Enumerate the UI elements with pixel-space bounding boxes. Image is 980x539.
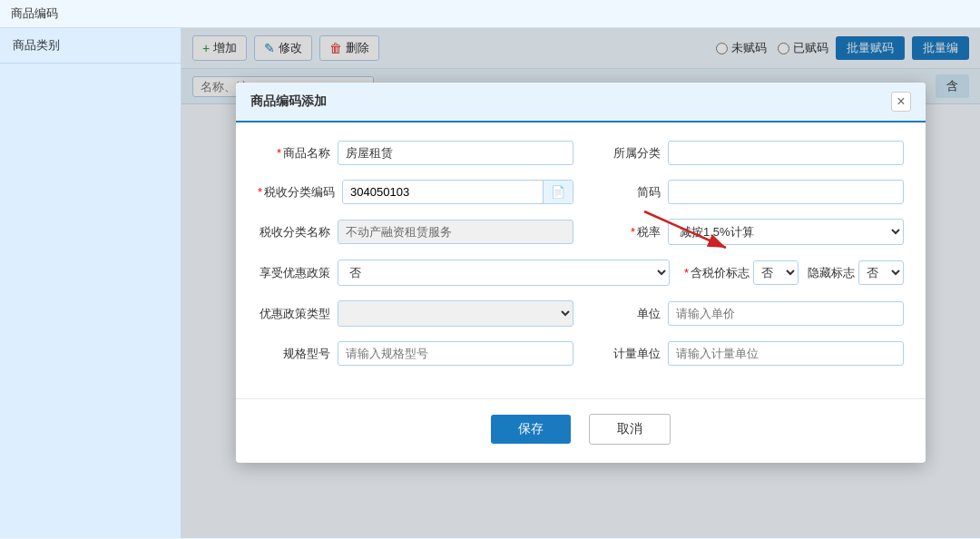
modal-title: 商品编码添加 — [250, 93, 327, 110]
spec-input[interactable] — [338, 341, 573, 366]
tax-category-col: 税收分类名称 — [258, 220, 573, 244]
form-row-1: *商品名称 所属分类 — [258, 141, 904, 165]
quantity-col: 计量单位 — [588, 341, 904, 366]
tax-code-input[interactable] — [343, 181, 543, 203]
tax-category-input — [338, 220, 573, 244]
tax-code-input-wrapper: 📄 — [342, 180, 573, 204]
form-row-4: 享受优惠政策 否 是 *含税价标志 否 — [258, 260, 904, 286]
modal-dialog: 商品编码添加 × *商品名称 所属分类 — [236, 83, 926, 463]
cancel-button[interactable]: 取消 — [589, 414, 671, 445]
tax-category-label: 税收分类名称 — [258, 224, 330, 240]
preferential-label: 享受优惠政策 — [258, 265, 330, 281]
modal-backdrop: 商品编码添加 × *商品名称 所属分类 — [181, 28, 980, 538]
category-label: 所属分类 — [588, 145, 661, 162]
modal-footer: 保存 取消 — [236, 398, 926, 463]
tax-code-col: *税收分类编码 📄 — [258, 180, 573, 204]
tax-included-select[interactable]: 否 是 — [753, 260, 799, 285]
quantity-input[interactable] — [668, 341, 904, 366]
unit-col: 单位 — [588, 301, 904, 326]
form-row-5: 优惠政策类型 单位 — [258, 300, 904, 327]
policy-type-select[interactable] — [338, 300, 573, 327]
main-layout: 商品类别 + 增加 ✎ 修改 🗑 删除 未赋码 — [0, 28, 980, 538]
form-row-6: 规格型号 计量单位 — [258, 341, 904, 366]
hidden-label: 隐藏标志 — [808, 265, 855, 281]
tax-included-col: *含税价标志 否 是 隐藏标志 否 是 — [684, 260, 904, 285]
spec-col: 规格型号 — [258, 341, 573, 366]
product-name-input[interactable] — [338, 141, 573, 165]
tax-rate-label: *税率 — [588, 224, 661, 240]
unit-label: 单位 — [588, 306, 661, 322]
category-input[interactable] — [668, 141, 904, 165]
quantity-label: 计量单位 — [588, 346, 661, 362]
policy-type-col: 优惠政策类型 — [258, 300, 573, 327]
title-bar: 商品编码 — [0, 0, 980, 28]
unit-input[interactable] — [668, 301, 904, 326]
tax-rate-col: *税率 减按1.5%计算 3% 6% 9% 13% — [588, 219, 904, 245]
tax-code-lookup-button[interactable]: 📄 — [543, 181, 573, 203]
preferential-col: 享受优惠政策 否 是 — [258, 260, 670, 286]
short-code-label: 简码 — [588, 184, 661, 201]
modal-close-button[interactable]: × — [891, 92, 911, 112]
save-button[interactable]: 保存 — [491, 415, 571, 444]
modal-header: 商品编码添加 × — [236, 83, 926, 122]
form-row-3: 税收分类名称 *税率 减按1.5%计算 3% 6% 9% — [258, 219, 904, 245]
hidden-select[interactable]: 否 是 — [858, 260, 904, 285]
product-name-label: *商品名称 — [258, 145, 330, 162]
sidebar: 商品类别 — [0, 28, 181, 538]
tax-included-label: *含税价标志 — [684, 265, 750, 281]
preferential-select[interactable]: 否 是 — [338, 260, 670, 286]
short-code-input[interactable] — [668, 180, 904, 204]
short-code-col: 简码 — [588, 180, 904, 204]
content-area: + 增加 ✎ 修改 🗑 删除 未赋码 已赋码 — [181, 28, 980, 538]
tax-rate-select[interactable]: 减按1.5%计算 3% 6% 9% 13% — [668, 219, 904, 245]
app-title: 商品编码 — [11, 6, 58, 20]
category-col: 所属分类 — [588, 141, 904, 165]
form-row-2: *税收分类编码 📄 简码 — [258, 180, 904, 204]
policy-type-label: 优惠政策类型 — [258, 306, 330, 322]
tax-code-label: *税收分类编码 — [258, 184, 335, 201]
sidebar-header: 商品类别 — [0, 28, 181, 64]
spec-label: 规格型号 — [258, 346, 330, 362]
product-name-col: *商品名称 — [258, 141, 573, 165]
modal-body: *商品名称 所属分类 *税收分类编码 — [236, 122, 926, 398]
